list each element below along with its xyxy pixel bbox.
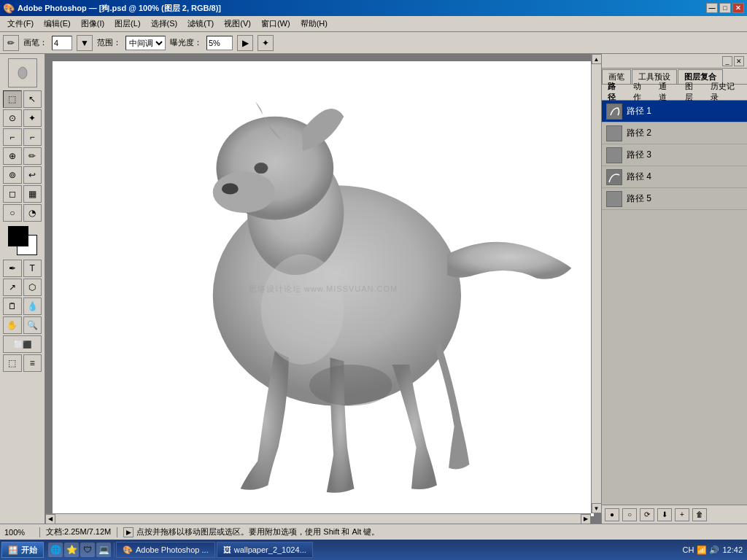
panel-minimize-btn[interactable]: _ [722, 56, 732, 66]
scroll-up-btn[interactable]: ▲ [592, 54, 602, 64]
fill-path-btn[interactable]: ● [605, 508, 619, 521]
marquee-tool[interactable]: ⬚ [3, 90, 22, 108]
panel-close-btn[interactable]: ✕ [734, 56, 744, 66]
tool-row-9: ↗ ⬡ [3, 279, 42, 296]
brush-size-input[interactable] [52, 36, 72, 50]
scroll-left-btn[interactable]: ◀ [45, 514, 55, 524]
stroke-path-btn[interactable]: ○ [622, 508, 637, 521]
taskbar-wp-icon: 🖼 [223, 545, 231, 554]
lasso-tool[interactable]: ⊙ [3, 109, 22, 127]
svg-point-4 [213, 171, 275, 213]
tool-row-6: ◻ ▦ [3, 185, 42, 203]
path-item-3[interactable]: 路径 3 [602, 144, 747, 166]
airbrush-icon[interactable]: ✦ [258, 35, 274, 51]
pen-tool[interactable]: ✒ [3, 260, 22, 277]
menu-image[interactable]: 图像(I) [77, 17, 109, 31]
vertical-scrollbar[interactable]: ▲ ▼ [591, 54, 601, 513]
tool-row-3: ⌐ ⌐ [3, 128, 42, 146]
ql-desktop-icon[interactable]: 💻 [96, 542, 111, 557]
canvas-inner: 思络设计论坛 www.MISSVUAN.COM [53, 61, 594, 516]
maximize-button[interactable]: □ [719, 3, 731, 13]
hand-tool[interactable]: ✋ [3, 316, 22, 334]
shape-tool[interactable]: ⬡ [23, 279, 42, 296]
exposure-arrow[interactable]: ▶ [237, 35, 253, 51]
crop-tool[interactable]: ⌐ [3, 128, 22, 146]
scroll-right-btn[interactable]: ▶ [581, 514, 591, 524]
quick-mask-off[interactable]: ⬜⬛ [3, 335, 42, 353]
burn-tool[interactable]: ◔ [23, 204, 42, 222]
exposure-input[interactable] [206, 36, 233, 50]
range-select[interactable]: 中间调 暗调 高光 [125, 36, 166, 50]
notes-tool[interactable]: 🗒 [3, 298, 22, 315]
menu-help[interactable]: 帮助(H) [296, 17, 332, 31]
eraser-tool[interactable]: ◻ [3, 185, 22, 203]
ql-shield-icon[interactable]: 🛡 [80, 542, 95, 557]
menu-edit[interactable]: 编辑(E) [39, 17, 75, 31]
brush-tool[interactable]: ✏ [23, 147, 42, 165]
dodge-tool[interactable]: ○ [3, 204, 22, 222]
range-label: 范围： [97, 37, 121, 48]
color-swatch[interactable] [8, 226, 37, 255]
menu-view[interactable]: 视图(V) [220, 17, 255, 31]
start-button[interactable]: 🪟 开始 [1, 542, 44, 558]
tray-lang: CH [683, 545, 694, 554]
status-separator-2 [117, 527, 117, 537]
slice-tool[interactable]: ⌐ [23, 128, 42, 146]
scroll-down-btn[interactable]: ▼ [592, 503, 602, 513]
healing-tool[interactable]: ⊕ [3, 147, 22, 165]
path-name-3: 路径 3 [627, 149, 651, 161]
taskbar-wallpaper[interactable]: 🖼 wallpaper_2_1024... [217, 542, 313, 558]
move-tool[interactable]: ↖ [23, 90, 42, 108]
delete-path-btn[interactable]: 🗑 [692, 508, 707, 521]
path-select-tool[interactable]: ↗ [3, 279, 22, 296]
taskbar-photoshop[interactable]: 🎨 Adobe Photoshop ... [116, 542, 215, 558]
path-item-1[interactable]: 路径 1 [602, 101, 747, 122]
menu-file[interactable]: 文件(F) [3, 17, 38, 31]
zoom-tool[interactable]: 🔍 [23, 316, 42, 334]
app-icon: 🎨 [3, 3, 15, 14]
title-bar-controls: — □ ✕ [706, 3, 744, 13]
history-brush-tool[interactable]: ↩ [23, 166, 42, 184]
horizontal-scrollbar[interactable]: ◀ ▶ [45, 513, 591, 524]
menu-layer[interactable]: 图层(L) [110, 17, 144, 31]
extras-btn[interactable]: ≡ [23, 354, 42, 372]
path-item-2[interactable]: 路径 2 [602, 122, 747, 144]
menu-bar: 文件(F) 编辑(E) 图像(I) 图层(L) 选择(S) 滤镜(T) 视图(V… [0, 16, 747, 32]
path-name-5: 路径 5 [627, 192, 651, 205]
foreground-color-swatch[interactable] [8, 226, 28, 246]
quick-launch: 🌐 ⭐ 🛡 💻 [45, 542, 115, 557]
clone-tool[interactable]: ⊚ [3, 166, 22, 184]
menu-filter[interactable]: 滤镜(T) [183, 17, 218, 31]
start-label: 开始 [21, 545, 37, 556]
screen-mode-btn[interactable]: ⬚ [3, 354, 22, 372]
status-nav: ▶ [123, 527, 133, 537]
minimize-button[interactable]: — [706, 3, 718, 13]
load-selection-btn[interactable]: ⟳ [640, 508, 654, 521]
make-workpath-btn[interactable]: ⬇ [657, 508, 672, 521]
canvas-area[interactable]: 思络设计论坛 www.MISSVUAN.COM ◀ ▶ ▲ ▼ [45, 54, 601, 524]
new-path-btn[interactable]: + [675, 508, 689, 521]
brush-dropdown-icon[interactable]: ▼ [77, 35, 93, 51]
paths-list: 路径 1 路径 2 路径 3 路径 4 路径 5 [602, 101, 747, 505]
path-thumb-3 [606, 147, 622, 163]
taskbar-wp-label: wallpaper_2_1024... [234, 545, 306, 554]
tool-row-5: ⊚ ↩ [3, 166, 42, 184]
path-item-5[interactable]: 路径 5 [602, 188, 747, 210]
gradient-tool[interactable]: ▦ [23, 185, 42, 203]
menu-select[interactable]: 选择(S) [147, 17, 182, 31]
status-nav-btn[interactable]: ▶ [123, 527, 133, 537]
eyedropper-tool[interactable]: 💧 [23, 298, 42, 315]
ql-star-icon[interactable]: ⭐ [64, 542, 79, 557]
menu-window[interactable]: 窗口(W) [257, 17, 295, 31]
path-name-1: 路径 1 [627, 105, 651, 117]
ql-ie-icon[interactable]: 🌐 [48, 542, 63, 557]
toolbar-brush-icon[interactable]: ✏ [3, 35, 19, 51]
magic-wand-tool[interactable]: ✦ [23, 109, 42, 127]
text-tool[interactable]: T [23, 260, 42, 277]
taskbar-tray: CH 📶 🔊 12:42 [680, 545, 746, 555]
dog-illustration [53, 61, 594, 516]
close-button[interactable]: ✕ [732, 3, 744, 13]
path-item-4[interactable]: 路径 4 [602, 166, 747, 188]
tool-row-8: ✒ T [3, 260, 42, 277]
window-title: Adobe Photoshop — [狗.psd @ 100% (图层 2, R… [18, 3, 221, 14]
